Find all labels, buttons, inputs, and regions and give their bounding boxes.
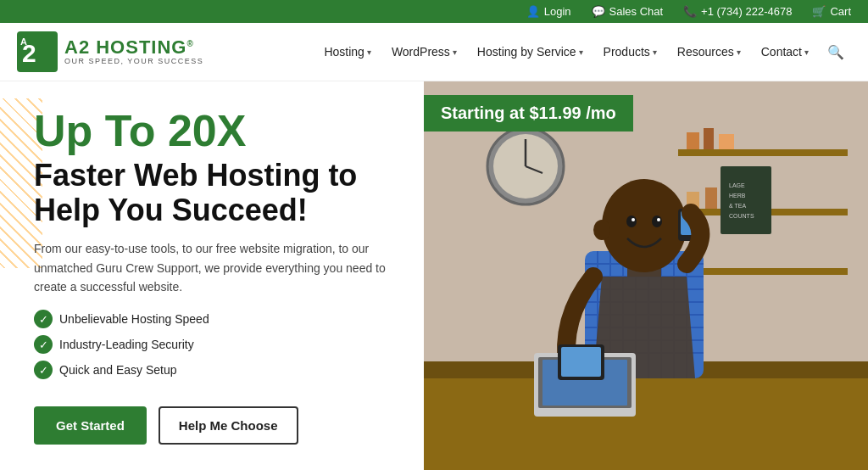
chevron-down-icon: ▾ [653, 48, 657, 57]
check-icon: ✓ [34, 335, 53, 354]
feature-item-setup: ✓ Quick and Easy Setup [34, 361, 398, 379]
svg-point-47 [632, 218, 635, 221]
svg-text:HERB: HERB [729, 193, 746, 199]
phone-icon: 📞 [683, 5, 697, 18]
nav-item-hosting-by-service[interactable]: Hosting by Service ▾ [469, 40, 592, 64]
svg-rect-6 [678, 149, 848, 156]
svg-text:COUNTS: COUNTS [729, 213, 754, 219]
check-icon: ✓ [34, 361, 53, 379]
feature-security-label: Industry-Leading Security [59, 338, 194, 351]
svg-point-42 [602, 179, 687, 272]
nav-item-hosting[interactable]: Hosting ▾ [315, 40, 379, 64]
feature-setup-label: Quick and Easy Setup [59, 363, 177, 377]
search-icon[interactable]: 🔍 [821, 39, 851, 65]
hero-bg: Starting at $11.99 /mo [424, 81, 868, 470]
nav-links: Hosting ▾ WordPress ▾ Hosting by Service… [315, 39, 851, 65]
top-bar: 👤 Login 💬 Sales Chat 📞 +1 (734) 222-4678… [0, 0, 868, 23]
chevron-down-icon: ▾ [453, 48, 457, 57]
nav-item-contact[interactable]: Contact ▾ [753, 40, 817, 64]
nav-hosting-by-service-label: Hosting by Service [477, 45, 576, 59]
logo-svg: 2 A [17, 31, 58, 72]
svg-rect-55 [561, 347, 601, 377]
svg-point-48 [657, 218, 660, 221]
logo[interactable]: 2 A A2 HOSTING® OUR SPEED, YOUR SUCCESS [17, 31, 203, 72]
chevron-down-icon: ▾ [737, 48, 741, 57]
phone-number: +1 (734) 222-4678 [701, 5, 792, 18]
feature-item-speed: ✓ Unbelievable Hosting Speed [34, 310, 398, 328]
check-icon: ✓ [34, 310, 53, 328]
logo-text-block: A2 HOSTING® OUR SPEED, YOUR SUCCESS [64, 37, 203, 66]
sales-chat-link[interactable]: 💬 Sales Chat [592, 5, 664, 18]
phone-link[interactable]: 📞 +1 (734) 222-4678 [683, 5, 792, 18]
feature-item-security: ✓ Industry-Leading Security [34, 335, 398, 354]
price-badge: Starting at $11.99 /mo [424, 95, 633, 131]
nav-wordpress-label: WordPress [392, 45, 450, 59]
nav-resources-label: Resources [677, 45, 734, 59]
nav-item-products[interactable]: Products ▾ [595, 40, 665, 64]
logo-name: A2 HOSTING® [64, 37, 203, 58]
svg-rect-9 [687, 132, 699, 149]
feature-speed-label: Unbelievable Hosting Speed [59, 312, 209, 326]
svg-rect-15 [721, 166, 771, 234]
login-label: Login [544, 5, 571, 18]
main-nav: 2 A A2 HOSTING® OUR SPEED, YOUR SUCCESS … [0, 23, 868, 81]
chevron-down-icon: ▾ [579, 48, 583, 57]
sales-chat-label: Sales Chat [609, 5, 664, 18]
cart-icon: 🛒 [812, 5, 826, 18]
nav-products-label: Products [604, 45, 650, 59]
user-icon: 👤 [526, 5, 540, 18]
svg-rect-4 [424, 370, 868, 470]
svg-point-46 [652, 215, 662, 227]
logo-tagline: OUR SPEED, YOUR SUCCESS [64, 58, 203, 66]
hero-buttons: Get Started Help Me Choose [34, 406, 398, 445]
hero-headline-black: Faster Web Hosting to Help You Succeed! [34, 158, 398, 228]
hero-features-list: ✓ Unbelievable Hosting Speed ✓ Industry-… [34, 310, 398, 386]
cart-label: Cart [830, 5, 851, 18]
svg-point-43 [593, 220, 610, 240]
svg-rect-10 [704, 128, 714, 149]
hero-content: Up To 20X Faster Web Hosting to Help You… [0, 81, 424, 470]
chat-icon: 💬 [592, 5, 605, 18]
login-link[interactable]: 👤 Login [526, 5, 571, 18]
hero-image: Starting at $11.99 /mo [424, 81, 868, 470]
chevron-down-icon: ▾ [804, 48, 809, 57]
nav-contact-label: Contact [761, 45, 802, 59]
get-started-button[interactable]: Get Started [34, 406, 147, 445]
svg-text:A: A [20, 36, 27, 47]
hero-section: Up To 20X Faster Web Hosting to Help You… [0, 81, 868, 470]
nav-item-wordpress[interactable]: WordPress ▾ [383, 40, 465, 64]
help-choose-button[interactable]: Help Me Choose [159, 406, 298, 445]
hero-description: From our easy-to-use tools, to our free … [34, 239, 390, 296]
chevron-down-icon: ▾ [367, 48, 371, 57]
hero-scene-svg: LAGE HERB & TEA COUNTS [424, 81, 868, 470]
svg-text:LAGE: LAGE [729, 182, 745, 188]
nav-item-resources[interactable]: Resources ▾ [669, 40, 749, 64]
nav-hosting-label: Hosting [324, 45, 364, 59]
svg-text:& TEA: & TEA [729, 203, 746, 209]
svg-rect-11 [719, 134, 734, 149]
hero-headline-green: Up To 20X [34, 109, 398, 153]
cart-link[interactable]: 🛒 Cart [812, 5, 851, 18]
svg-point-45 [626, 215, 637, 227]
svg-rect-13 [705, 187, 717, 209]
